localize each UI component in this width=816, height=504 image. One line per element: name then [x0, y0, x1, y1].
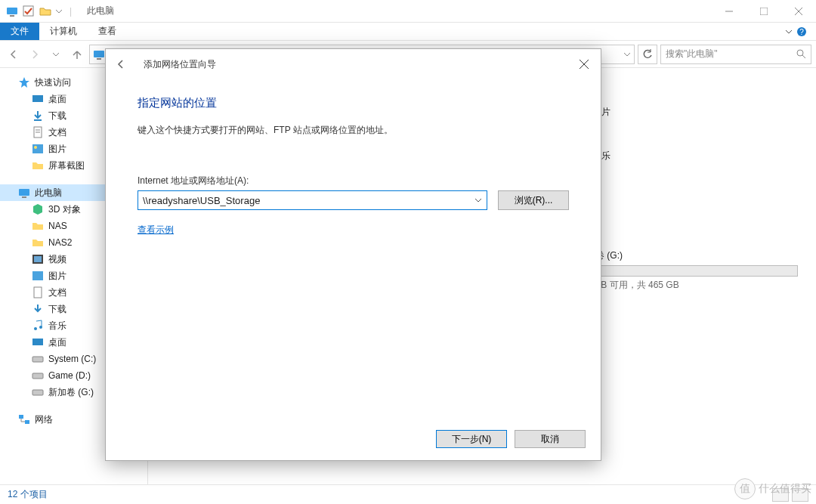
ribbon: 文件 计算机 查看 ? — [0, 23, 816, 41]
address-dropdown-icon[interactable] — [623, 51, 631, 58]
chevron-down-icon[interactable] — [474, 196, 482, 204]
svg-rect-10 — [97, 58, 101, 60]
desktop-icon — [32, 336, 44, 348]
address-field-label: Internet 地址或网络地址(A): — [138, 175, 569, 187]
picture-icon — [32, 270, 44, 282]
tree-label: System (C:) — [48, 354, 96, 364]
tree-label: 音乐 — [48, 320, 66, 332]
tree-label: 图片 — [48, 143, 66, 156]
svg-rect-21 — [22, 196, 26, 198]
close-button[interactable] — [781, 0, 816, 23]
drive-icon — [32, 353, 44, 365]
separator: | — [66, 6, 75, 17]
tab-computer[interactable]: 计算机 — [39, 23, 88, 40]
pc-icon — [18, 187, 30, 199]
quick-access-toolbar: | — [0, 5, 81, 17]
svg-rect-33 — [25, 420, 29, 424]
video-icon — [32, 253, 44, 265]
ribbon-help[interactable]: ? — [777, 23, 816, 40]
tree-label: 下载 — [48, 303, 66, 316]
folder-icon — [32, 159, 44, 172]
checkbox-icon[interactable] — [23, 5, 35, 17]
document-icon — [32, 126, 44, 138]
address-combobox[interactable]: \\readyshare\USB_Storage — [138, 190, 487, 210]
dialog-heading: 指定网站的位置 — [138, 96, 569, 110]
music-icon — [32, 320, 44, 332]
tree-label: 此电脑 — [35, 187, 62, 199]
tree-label: 网络 — [35, 413, 53, 426]
tree-label: NAS2 — [48, 237, 72, 248]
dialog-back-button[interactable] — [106, 49, 136, 79]
svg-rect-23 — [34, 256, 42, 262]
download-icon — [32, 110, 44, 122]
search-icon — [796, 49, 806, 59]
pc-icon — [6, 5, 18, 17]
tree-label: 下载 — [48, 110, 66, 122]
item-count: 12 个项目 — [8, 488, 48, 501]
view-examples-link[interactable]: 查看示例 — [138, 224, 174, 237]
next-button[interactable]: 下一步(N) — [436, 430, 507, 448]
drive-g[interactable]: 加卷 (G:) 3 GB 可用，共 465 GB — [586, 249, 816, 292]
search-placeholder: 搜索"此电脑" — [666, 48, 718, 60]
svg-text:?: ? — [799, 28, 804, 36]
window-title: 此电脑 — [81, 5, 114, 17]
watermark-text: 什么值得买 — [759, 482, 811, 496]
svg-rect-25 — [34, 287, 42, 298]
svg-rect-4 — [760, 8, 768, 15]
dialog-body: 指定网站的位置 键入这个快捷方式要打开的网站、FTP 站点或网络位置的地址。 I… — [106, 79, 601, 237]
forward-button[interactable] — [26, 45, 44, 63]
svg-point-26 — [34, 327, 37, 330]
back-button[interactable] — [5, 45, 23, 63]
drive-icon — [32, 386, 44, 398]
tree-label: 桌面 — [48, 93, 66, 106]
tree-label: 桌面 — [48, 336, 66, 349]
tree-label: 3D 对象 — [48, 203, 81, 216]
picture-icon — [32, 143, 44, 155]
star-icon — [18, 76, 30, 88]
drive-usage-bar — [586, 265, 798, 277]
tree-label: 图片 — [48, 270, 66, 283]
folder-icon — [39, 5, 51, 17]
tree-label: 屏幕截图 — [48, 159, 85, 172]
drive-free-text: 3 GB 可用，共 465 GB — [586, 279, 816, 292]
tree-label: 文档 — [48, 126, 66, 139]
window-controls — [712, 0, 816, 23]
tree-label: 视频 — [48, 253, 66, 266]
tree-label: NAS — [48, 221, 67, 231]
cube-icon — [32, 203, 44, 215]
statusbar: 12 个项目 — [0, 484, 816, 504]
up-button[interactable] — [68, 45, 86, 63]
folder-icon — [32, 220, 44, 232]
add-network-location-dialog: 添加网络位置向导 指定网站的位置 键入这个快捷方式要打开的网站、FTP 站点或网… — [105, 48, 601, 461]
tab-file[interactable]: 文件 — [0, 23, 39, 40]
maximize-button[interactable] — [746, 0, 781, 23]
qat-dropdown-icon[interactable] — [56, 5, 62, 17]
dialog-titlebar: 添加网络位置向导 — [106, 49, 601, 79]
desktop-icon — [32, 93, 44, 105]
cancel-button[interactable]: 取消 — [515, 430, 586, 448]
svg-rect-24 — [32, 271, 43, 280]
titlebar: | 此电脑 — [0, 0, 816, 23]
svg-rect-2 — [23, 6, 33, 16]
svg-point-19 — [34, 146, 37, 149]
tab-view[interactable]: 查看 — [88, 23, 127, 40]
dialog-close-button[interactable] — [567, 49, 601, 79]
svg-rect-29 — [32, 357, 43, 362]
download-icon — [32, 303, 44, 315]
svg-rect-31 — [32, 390, 43, 395]
content-item-fragment: 乐 — [601, 150, 610, 162]
pc-icon — [93, 48, 105, 60]
svg-rect-1 — [10, 15, 14, 17]
svg-rect-28 — [32, 339, 43, 345]
recent-dropdown[interactable] — [47, 45, 65, 63]
watermark-badge: 值 — [734, 478, 756, 499]
search-box[interactable]: 搜索"此电脑" — [660, 45, 811, 64]
browse-button[interactable]: 浏览(R)... — [498, 190, 569, 210]
svg-rect-32 — [19, 415, 23, 419]
drive-icon — [32, 369, 44, 382]
svg-point-11 — [797, 50, 803, 56]
watermark: 值 什么值得买 — [734, 478, 811, 499]
svg-rect-9 — [94, 51, 104, 57]
refresh-button[interactable] — [638, 45, 657, 64]
minimize-button[interactable] — [712, 0, 746, 23]
